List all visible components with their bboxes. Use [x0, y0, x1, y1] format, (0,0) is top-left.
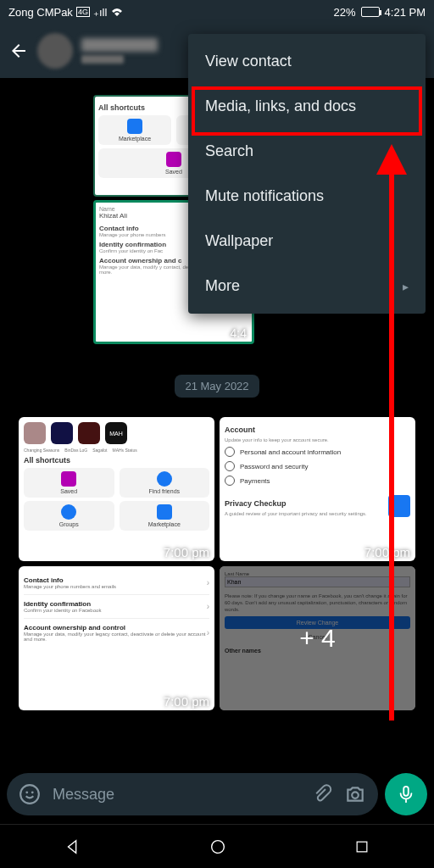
message-field[interactable]: Message	[7, 773, 378, 815]
contact-name	[81, 38, 158, 52]
more-count-overlay: + 4	[299, 624, 336, 653]
nav-home-icon[interactable]	[209, 837, 227, 856]
carrier-label: Zong CMPak	[8, 6, 73, 19]
battery-percent: 22%	[334, 6, 356, 19]
contact-title-block[interactable]	[81, 38, 158, 64]
date-separator: 21 May 2022	[175, 375, 259, 398]
menu-view-contact[interactable]: View contact	[188, 39, 426, 84]
nav-back-icon[interactable]	[64, 837, 82, 856]
android-nav-bar	[0, 824, 434, 868]
media-tile[interactable]: MAH Changing Seasons BinDas LoG Sagafot …	[19, 417, 214, 561]
media-tile[interactable]: Contact infoManage your phone numbers an…	[19, 566, 214, 710]
emoji-icon[interactable]	[19, 783, 41, 805]
media-tile[interactable]: Account Update your info to keep your ac…	[220, 417, 415, 561]
attach-icon[interactable]	[312, 784, 332, 804]
wifi-icon	[110, 7, 124, 17]
menu-search[interactable]: Search	[188, 129, 426, 174]
message-placeholder: Message	[53, 786, 300, 804]
media-grid[interactable]: MAH Changing Seasons BinDas LoG Sagafot …	[19, 417, 415, 710]
stub-input	[225, 576, 410, 587]
svg-point-0	[20, 785, 39, 804]
menu-mute-notifications[interactable]: Mute notifications	[188, 174, 426, 219]
menu-more[interactable]: More▸	[188, 264, 426, 309]
menu-wallpaper[interactable]: Wallpaper	[188, 219, 426, 264]
message-input-bar: Message	[7, 773, 427, 815]
privacy-checkup-icon	[388, 495, 410, 517]
back-button[interactable]	[8, 41, 29, 61]
svg-point-3	[352, 792, 359, 798]
svg-rect-5	[357, 842, 367, 852]
media-tile-more[interactable]: Last Name Please note: If you change you…	[220, 566, 415, 710]
chevron-right-icon: ›	[207, 578, 209, 587]
battery-icon	[361, 7, 380, 17]
svg-point-4	[212, 840, 225, 853]
svg-point-1	[25, 791, 28, 793]
chevron-right-icon: ›	[207, 602, 209, 611]
contact-avatar[interactable]	[37, 33, 73, 69]
mic-button[interactable]	[385, 773, 427, 815]
overflow-menu: View contact Media, links, and docs Sear…	[188, 34, 426, 314]
menu-media-links-docs[interactable]: Media, links, and docs	[188, 84, 426, 129]
nav-recent-icon[interactable]	[353, 838, 370, 855]
contact-subtitle	[81, 55, 124, 64]
chevron-right-icon: ▸	[403, 280, 409, 293]
signal-icon: ₊ıll	[93, 6, 107, 19]
status-bar: Zong CMPak 4G ₊ıll 22% 4:21 PM	[0, 0, 434, 24]
clock: 4:21 PM	[385, 6, 426, 19]
thumb-time: 4:4	[231, 326, 247, 340]
chevron-right-icon: ›	[207, 628, 209, 637]
network-badge: 4G	[76, 7, 90, 17]
camera-icon[interactable]	[344, 783, 366, 805]
svg-point-2	[31, 791, 34, 793]
